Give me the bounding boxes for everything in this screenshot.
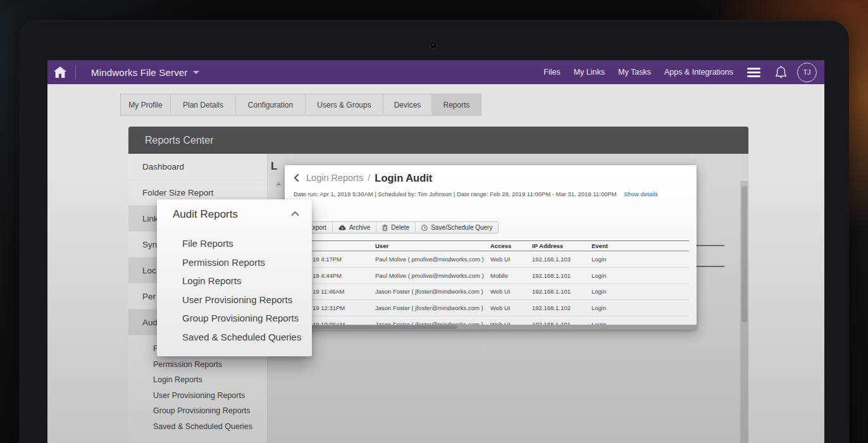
flyout-item-group-provisioning[interactable]: Group Provisioning Reports xyxy=(157,309,312,328)
sidebar-subitem-login-reports[interactable]: Login Reports xyxy=(128,372,267,388)
report-meta-line: Date run: Apr 1, 2019 5:30AM | Scheduled… xyxy=(294,190,658,197)
tab-devices[interactable]: Devices xyxy=(383,94,432,116)
report-action-toolbar: Export Archive Delete xyxy=(292,222,499,234)
home-icon xyxy=(54,66,66,78)
clock-icon xyxy=(421,225,428,231)
flyout-item-list: File Reports Permission Reports Login Re… xyxy=(157,234,312,346)
sidebar-subitem-saved-scheduled-queries[interactable]: Saved & Scheduled Queries xyxy=(128,419,267,435)
show-details-link[interactable]: Show details xyxy=(624,190,658,197)
home-button[interactable] xyxy=(53,65,67,79)
flyout-item-saved-scheduled-queries[interactable]: Saved & Scheduled Queries xyxy=(157,328,312,347)
table-row[interactable]: 19 12:31PM Jason Foster ( jfoster@mindwo… xyxy=(292,300,689,316)
archive-button[interactable]: Archive xyxy=(332,222,376,233)
archive-cloud-icon xyxy=(338,225,346,230)
laptop-camera xyxy=(430,41,437,49)
table-row[interactable]: 19 4:44PM Paul Molive ( pmolive@mindwork… xyxy=(292,268,689,284)
tab-plan-details[interactable]: Plan Details xyxy=(171,94,236,116)
nav-my-links[interactable]: My Links xyxy=(574,68,605,77)
sidebar-subitem-group-provisioning[interactable]: Group Provisioning Reports xyxy=(128,403,267,419)
topbar-right: Files My Links My Tasks Apps & Integrati… xyxy=(530,63,817,82)
report-meta-text: Date run: Apr 1, 2019 5:30AM | Scheduled… xyxy=(294,190,617,197)
sidebar-subitem-permission-reports[interactable]: Permission Reports xyxy=(128,357,267,373)
avatar[interactable]: TJ xyxy=(797,63,817,82)
underlying-report-title-fragment: L xyxy=(271,160,277,173)
account-switcher[interactable]: Mindworks File Server xyxy=(91,67,199,78)
page-title: Reports Center xyxy=(145,135,214,146)
panel-scrollbar[interactable] xyxy=(740,181,748,443)
sidebar-subitem-user-provisioning[interactable]: User Provisioning Reports xyxy=(128,388,267,404)
col-event: Event xyxy=(592,242,689,249)
brand-title: Mindworks File Server xyxy=(91,67,188,78)
notifications-button[interactable] xyxy=(775,66,787,78)
col-access: Access xyxy=(490,242,532,249)
tab-my-profile[interactable]: My Profile xyxy=(120,94,171,116)
audit-reports-flyout: Audit Reports File Reports Permission Re… xyxy=(157,199,312,356)
sidebar-item-dashboard[interactable]: Dashboard xyxy=(128,154,267,180)
delete-button[interactable]: Delete xyxy=(376,222,415,233)
table-horizontal-scrollbar[interactable] xyxy=(285,325,697,330)
hamburger-menu-icon[interactable] xyxy=(747,68,760,77)
chevron-down-icon xyxy=(193,71,199,74)
settings-tab-bar: My Profile Plan Details Configuration Us… xyxy=(120,94,481,116)
col-ip-address: IP Address xyxy=(532,242,592,249)
col-user: User xyxy=(375,242,490,249)
nav-apps-integrations[interactable]: Apps & Integrations xyxy=(664,68,733,77)
top-navigation-bar: Mindworks File Server Files My Links My … xyxy=(47,60,824,84)
save-schedule-query-button[interactable]: Save/Schedule Query xyxy=(415,222,498,233)
table-row[interactable]: 19 11:46AM Jason Foster ( jfoster@mindwo… xyxy=(292,284,689,301)
tab-configuration[interactable]: Configuration xyxy=(236,94,306,116)
flyout-item-file-reports[interactable]: File Reports xyxy=(157,234,312,253)
flyout-item-user-provisioning[interactable]: User Provisioning Reports xyxy=(157,290,312,309)
nav-files[interactable]: Files xyxy=(543,68,560,77)
breadcrumb-login-reports[interactable]: Login Reports xyxy=(306,173,363,183)
avatar-initials: TJ xyxy=(803,68,810,76)
underlying-table-border-fragment xyxy=(697,266,724,267)
reports-center-header: Reports Center xyxy=(128,127,748,154)
flyout-item-permission-reports[interactable]: Permission Reports xyxy=(157,253,312,272)
report-breadcrumb: Login Reports / Login Audit xyxy=(292,170,432,185)
topbar-divider xyxy=(75,65,76,79)
collapse-chevron-up-icon[interactable] xyxy=(291,211,299,216)
trash-icon xyxy=(382,225,388,231)
underlying-report-meta-fragment: A xyxy=(276,180,280,187)
tab-users-groups[interactable]: Users & Groups xyxy=(306,94,383,116)
flyout-title[interactable]: Audit Reports xyxy=(173,208,238,221)
nav-my-tasks[interactable]: My Tasks xyxy=(618,68,651,77)
back-chevron-icon[interactable] xyxy=(292,173,301,182)
table-row[interactable]: 19 4:17PM Paul Molive ( pmolive@mindwork… xyxy=(292,251,689,268)
report-title: Login Audit xyxy=(375,172,432,184)
flyout-item-login-reports[interactable]: Login Reports xyxy=(157,271,312,290)
tab-reports[interactable]: Reports xyxy=(432,94,481,116)
login-audit-table: User Access IP Address Event 19 4:17PM P… xyxy=(292,240,689,330)
app-window: Mindworks File Server Files My Links My … xyxy=(47,60,824,443)
breadcrumb-separator: / xyxy=(368,173,370,183)
table-header-row: User Access IP Address Event xyxy=(292,240,689,251)
underlying-table-border-fragment xyxy=(697,245,724,246)
bell-icon xyxy=(775,66,787,78)
panel-scrollbar-thumb[interactable] xyxy=(741,186,747,322)
login-audit-report-panel: Login Reports / Login Audit Date run: Ap… xyxy=(285,165,697,330)
